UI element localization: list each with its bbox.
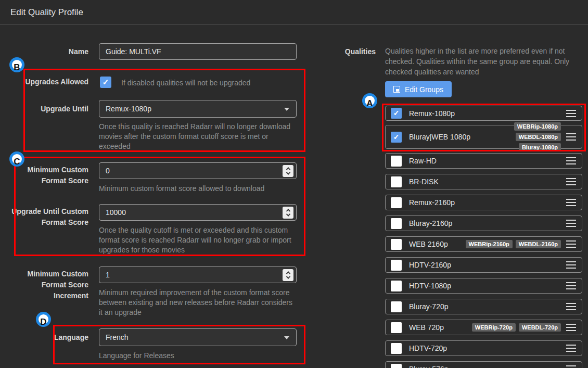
quality-item-label: Bluray-720p [409, 302, 449, 311]
number-spinner[interactable] [283, 165, 293, 177]
min-format-score-value: 0 [106, 167, 110, 175]
qualities-list: ✓Remux-1080p✓Bluray|WEB 1080pWEBRip-1080… [385, 106, 582, 368]
min-increment-value: 1 [106, 271, 110, 279]
language-label: Language [10, 328, 88, 346]
annotation-marker-b: B [9, 57, 24, 72]
annotation-marker-c: C [9, 151, 24, 167]
edit-quality-profile-modal: Edit Quality Profile Name Guide: MULTi.V… [0, 0, 588, 368]
name-input[interactable]: Guide: MULTi.VF [99, 43, 297, 60]
upgrades-allowed-checkbox[interactable]: ✓ [100, 77, 111, 88]
quality-item[interactable]: WEB 720pWEBRip-720pWEBDL-720p [385, 320, 582, 335]
language-value: French [106, 333, 129, 341]
min-format-score-help: Minimum custom format score allowed to d… [99, 184, 298, 194]
upgrade-until-select[interactable]: Remux-1080p [99, 100, 297, 118]
quality-item-label: WEB 720p [409, 323, 444, 332]
min-increment-help: Minimum required improvement of the cust… [99, 288, 298, 318]
upgrade-until-score-input[interactable]: 10000 [99, 204, 297, 221]
min-format-score-label: Minimum Custom Format Score [10, 164, 88, 186]
quality-item[interactable]: Bluray-2160p [385, 215, 582, 231]
quality-item[interactable]: HDTV-720p [385, 340, 582, 356]
quality-item[interactable]: Bluray-720p [385, 299, 582, 314]
quality-item[interactable]: Remux-2160p [385, 195, 582, 210]
drag-handle-icon[interactable] [566, 261, 576, 269]
min-increment-input[interactable]: 1 [99, 267, 297, 283]
language-help: Language for Releases [99, 351, 174, 361]
quality-item-label: Bluray|WEB 1080p [409, 133, 470, 141]
number-spinner[interactable] [283, 269, 293, 281]
quality-checkbox[interactable] [391, 281, 402, 291]
quality-badge: WEBDL-1080p [516, 133, 561, 141]
quality-item-label: Raw-HD [409, 157, 437, 165]
drag-handle-icon[interactable] [566, 345, 576, 352]
quality-checkbox[interactable]: ✓ [391, 132, 402, 143]
quality-checkbox[interactable] [391, 176, 402, 187]
quality-item[interactable]: BR-DISK [385, 174, 582, 189]
quality-badge: WEBRip-720p [472, 323, 516, 332]
drag-handle-icon[interactable] [566, 282, 576, 289]
spinner-down-icon[interactable] [286, 212, 290, 216]
drag-handle-icon[interactable] [566, 220, 576, 227]
quality-checkbox[interactable] [391, 156, 402, 167]
language-select[interactable]: French [99, 328, 297, 346]
upgrade-until-score-value: 10000 [106, 208, 126, 217]
annotation-marker-d: D [36, 312, 51, 327]
quality-badge: Bluray-1080p [519, 143, 561, 151]
quality-item-label: Bluray-576p [409, 365, 449, 368]
spinner-down-icon[interactable] [286, 170, 290, 174]
quality-badge: WEBDL-720p [519, 323, 561, 332]
quality-item-label: WEB 2160p [409, 240, 448, 248]
drag-handle-icon[interactable] [566, 110, 576, 117]
quality-badge: WEBDL-2160p [516, 240, 561, 248]
drag-handle-icon[interactable] [566, 303, 576, 310]
quality-checkbox[interactable] [391, 301, 402, 312]
quality-item-label: BR-DISK [409, 177, 439, 186]
qualities-label: Qualities [312, 47, 376, 56]
drag-handle-icon[interactable] [566, 157, 576, 164]
quality-item-label: Bluray-2160p [409, 219, 452, 227]
quality-checkbox[interactable] [391, 239, 402, 250]
chevron-down-icon [284, 108, 289, 111]
quality-badge: WEBRip-1080p [514, 122, 561, 131]
upgrade-until-score-help: Once the quality cutoff is met or exceed… [99, 225, 298, 255]
quality-item-label: Remux-1080p [409, 109, 455, 118]
quality-item[interactable]: HDTV-2160p [385, 257, 582, 273]
quality-checkbox[interactable]: ✓ [391, 108, 402, 119]
drag-handle-icon[interactable] [566, 133, 576, 141]
quality-item[interactable]: HDTV-1080p [385, 278, 582, 294]
min-format-score-input[interactable]: 0 [99, 162, 297, 179]
drag-handle-icon[interactable] [566, 240, 576, 248]
drag-handle-icon[interactable] [566, 324, 576, 331]
number-spinner[interactable] [283, 207, 293, 219]
quality-checkbox[interactable] [391, 322, 402, 333]
quality-checkbox[interactable] [391, 364, 402, 368]
qualities-help: Qualities higher in the list are more pr… [385, 46, 588, 77]
checkmark-icon: ✓ [103, 78, 109, 86]
drag-handle-icon[interactable] [566, 199, 576, 206]
upgrade-until-help: Once this quality is reached Radarr will… [99, 122, 298, 151]
quality-item[interactable]: Raw-HD [385, 153, 582, 169]
drag-handle-icon[interactable] [566, 365, 576, 368]
quality-badges: WEBRip-2160pWEBDL-2160p [466, 240, 561, 248]
spinner-down-icon[interactable] [286, 274, 290, 278]
drag-handle-icon[interactable] [566, 178, 576, 185]
min-increment-label: Minimum Custom Format Score Increment [10, 269, 88, 301]
name-label: Name [10, 43, 88, 60]
quality-item-label: HDTV-2160p [409, 261, 451, 269]
quality-checkbox[interactable] [391, 260, 402, 271]
quality-badges: WEBRip-720pWEBDL-720p [472, 323, 561, 332]
upgrade-until-score-label: Upgrade Until Custom Format Score [10, 206, 88, 228]
quality-checkbox[interactable] [391, 343, 402, 354]
quality-badges: WEBRip-1080pWEBDL-1080pBluray-1080p [470, 122, 561, 151]
quality-checkbox[interactable] [391, 218, 402, 229]
upgrades-allowed-help: If disabled qualities will not be upgrad… [121, 78, 250, 88]
quality-item[interactable]: ✓Bluray|WEB 1080pWEBRip-1080pWEBDL-1080p… [385, 125, 582, 149]
quality-item[interactable]: WEB 2160pWEBRip-2160pWEBDL-2160p [385, 236, 582, 252]
quality-item-label: HDTV-720p [409, 344, 447, 352]
quality-checkbox[interactable] [391, 197, 402, 208]
edit-groups-button[interactable]: Edit Groups [385, 81, 452, 97]
chevron-down-icon [284, 336, 289, 339]
quality-item[interactable]: Bluray-576p [385, 361, 582, 368]
quality-item[interactable]: ✓Remux-1080p [385, 106, 582, 121]
upgrades-allowed-label: Upgrades Allowed [10, 77, 88, 87]
edit-groups-icon [393, 86, 400, 93]
